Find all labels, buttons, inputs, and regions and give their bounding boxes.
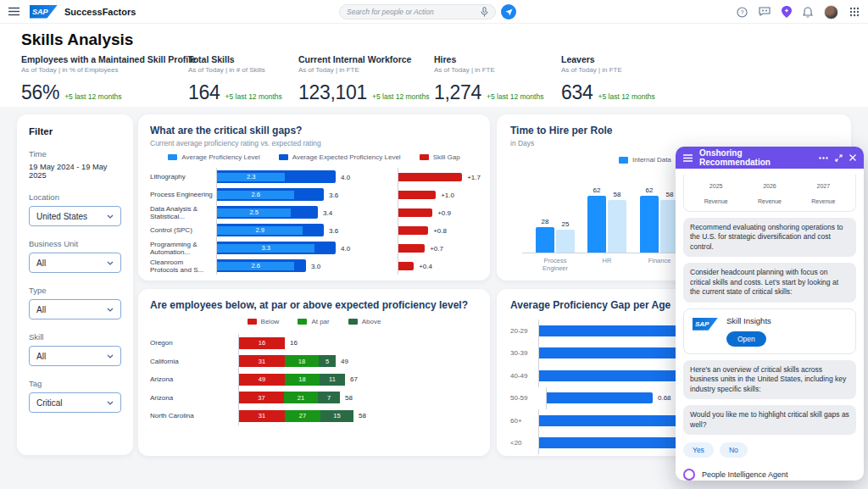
category-label: Control (SPC) (150, 226, 216, 234)
bar-value: 0.68 (658, 394, 671, 402)
gap-bar (398, 244, 425, 253)
category-label: California (150, 358, 238, 365)
joule-menu-icon[interactable] (683, 154, 693, 162)
menu-icon[interactable] (8, 7, 19, 16)
below-segment: 31 (239, 355, 285, 367)
revenue-word: Revenue (811, 198, 835, 204)
tag-dropdown[interactable]: Critical (29, 392, 121, 413)
category-label: Cleanroom Protocols and S... (150, 258, 216, 274)
chart-title: What are the critical skill gaps? (150, 125, 478, 136)
assistant-message: Here's an overview of critical skills ac… (683, 360, 856, 399)
joule-icon[interactable] (782, 6, 792, 18)
chart-subtitle: Current average proficiency rating vs. e… (150, 139, 478, 147)
chart-row: North Carolina 312715 58 (150, 407, 478, 425)
legend-label: At par (311, 318, 329, 325)
kpi-delta: +5 last 12 months (598, 92, 654, 101)
below-segment: 49 (239, 374, 285, 386)
skill-dropdown[interactable]: All (29, 346, 121, 366)
internal-bar (536, 227, 554, 253)
chart-title: Are employees below, at par or above exp… (150, 299, 478, 311)
kpi-value: 123,101 (298, 81, 367, 104)
gap-bar (398, 226, 428, 235)
kpi-subtitle: As of Today | in % of Employees (21, 66, 196, 74)
revenue-year: 2027 (817, 183, 831, 189)
business-unit-dropdown[interactable]: All (29, 253, 121, 273)
kpi-delta: +5 last 12 months (225, 92, 281, 101)
internal-bar (640, 196, 659, 253)
gap-value: +0.8 (433, 226, 447, 234)
time-filter-label: Time (29, 149, 121, 158)
quick-replies: Yes No (683, 442, 856, 458)
category-label: Process Engineering (150, 191, 216, 198)
search-send-button[interactable] (501, 4, 516, 19)
secondary-bar (608, 200, 626, 253)
feedback-icon[interactable] (759, 7, 771, 17)
search-box[interactable] (339, 4, 496, 19)
location-dropdown[interactable]: United States (29, 206, 121, 226)
chart-plot: 28 25 62 58 62 58 Process Engineer HR Fi… (522, 164, 692, 253)
category-label: <20 (510, 439, 538, 447)
open-button[interactable]: Open (726, 331, 766, 347)
gap-bar (398, 208, 432, 217)
mic-icon[interactable] (481, 7, 488, 17)
tag-dropdown-value: Critical (36, 398, 63, 408)
atpar-segment: 18 (285, 355, 319, 367)
category-label: 30-39 (510, 349, 538, 357)
chevron-down-icon (107, 261, 114, 265)
gap-value: +0.7 (430, 244, 443, 252)
chevron-down-icon (107, 354, 114, 358)
category-label: Arizona (150, 394, 238, 402)
joule-panel-title: Onshoring Recommendation (699, 148, 812, 167)
kpi-title: Hires (434, 54, 543, 64)
no-button[interactable]: No (720, 442, 748, 458)
category-label: 60+ (510, 417, 538, 425)
type-dropdown-value: All (36, 305, 46, 314)
kpi-leavers: Leavers As of Today | in FTE 634+5 last … (561, 54, 655, 104)
bar-value: 58 (614, 191, 621, 198)
skill-insights-card[interactable]: SAP Skill Insights Open (683, 308, 856, 354)
expected-value: 3.6 (329, 191, 338, 198)
agent-row: People Intelligence Agent (683, 469, 856, 481)
joule-panel-header[interactable]: Onshoring Recommendation (676, 147, 864, 169)
chart-row: Cleanroom Protocols and S... 2.63.0 +0.4 (150, 257, 478, 275)
revenue-year: 2025 (709, 183, 723, 189)
total-value: 49 (341, 358, 348, 365)
type-dropdown[interactable]: All (29, 299, 121, 320)
overflow-icon[interactable] (819, 157, 828, 159)
joule-panel: Onshoring Recommendation 2025Revenue 202… (676, 147, 864, 481)
kpi-maintained-skill-profile: Employees with a Maintained Skill Profil… (21, 54, 196, 104)
yes-button[interactable]: Yes (683, 442, 714, 458)
chevron-down-icon (107, 401, 114, 405)
proficiency-bar: 2.6 (217, 262, 294, 270)
x-axis-label: Process Engineer (535, 257, 576, 273)
legend-label: Average Proficiency Level (181, 153, 259, 161)
dashboard-canvas: Filter Time 19 May 2024 - 19 May 2025 Lo… (0, 107, 868, 489)
notifications-icon[interactable] (803, 7, 813, 18)
help-icon[interactable]: ? (737, 7, 748, 18)
filter-title: Filter (29, 126, 121, 136)
chart-row: Data Analysis & Statistical... 2.53.4 +0… (150, 203, 478, 221)
bar-group: 28 25 (536, 218, 575, 253)
kpi-value: 56% (21, 81, 59, 104)
gap-bar (398, 262, 414, 270)
close-icon[interactable] (849, 154, 856, 161)
skill-insights-title: Skill Insights (726, 316, 771, 325)
revenue-chart-card: 2025Revenue 2026Revenue 2027Revenue (683, 175, 856, 212)
agent-name: People Intelligence Agent (702, 470, 788, 479)
apps-grid-icon[interactable] (849, 7, 860, 17)
category-label: Programming & Automation... (150, 241, 216, 256)
sap-logo[interactable]: SAP (30, 5, 58, 19)
chart-row: Control (SPC) 2.93.6 +0.8 (150, 221, 478, 239)
chart-row: Programming & Automation... 3.34.0 +0.7 (150, 239, 478, 257)
chart-row: Process Engineering 2.63.6 +1.0 (150, 186, 478, 203)
proficiency-bar: 3.3 (217, 244, 314, 253)
expand-icon[interactable] (835, 154, 843, 162)
category-label: Arizona (150, 375, 238, 383)
chart-title: Time to Hire per Role (510, 125, 837, 136)
search-input[interactable] (347, 8, 481, 16)
x-axis-label: HR (587, 257, 627, 264)
kpi-total-skills: Total Skills As of Today | in # of Skill… (188, 54, 282, 104)
x-axis-label: Finance (639, 257, 680, 264)
user-avatar[interactable] (824, 5, 838, 19)
kpi-delta: +5 last 12 months (487, 92, 543, 101)
